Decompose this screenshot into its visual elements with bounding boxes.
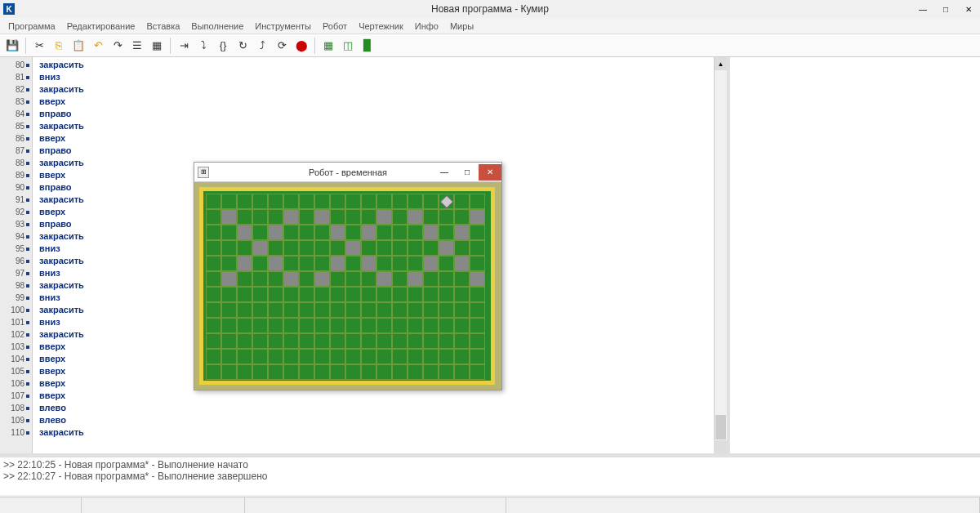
grid-cell[interactable] xyxy=(299,364,314,380)
grid-cell[interactable] xyxy=(408,318,423,333)
grid-cell[interactable] xyxy=(470,240,485,256)
grid-cell[interactable] xyxy=(470,318,485,333)
grid-cell[interactable] xyxy=(268,287,283,302)
grid-cell[interactable] xyxy=(237,271,252,287)
grid-cell[interactable] xyxy=(408,209,423,225)
grid-cell[interactable] xyxy=(314,287,330,302)
grid-cell[interactable] xyxy=(268,364,283,380)
grid-cell[interactable] xyxy=(408,302,423,318)
grid-cell[interactable] xyxy=(237,318,252,333)
grid-cell[interactable] xyxy=(252,364,268,380)
grid-cell[interactable] xyxy=(221,209,237,225)
robot-window[interactable]: ⊞ Робот - временная — □ ✕ xyxy=(194,162,502,390)
menu-item[interactable]: Программа xyxy=(3,20,60,33)
grid-cell[interactable] xyxy=(408,287,423,302)
grid-cell[interactable] xyxy=(221,333,237,349)
grid-cell[interactable] xyxy=(345,364,361,380)
grid-cell[interactable] xyxy=(361,287,376,302)
grid-cell[interactable] xyxy=(330,209,345,225)
grid-cell[interactable] xyxy=(330,256,345,271)
grid-cell[interactable] xyxy=(454,318,470,333)
grid-cell[interactable] xyxy=(408,349,423,364)
grid-cell[interactable] xyxy=(345,271,361,287)
grid-cell[interactable] xyxy=(314,240,330,256)
grid-cell[interactable] xyxy=(283,364,299,380)
grid-cell[interactable] xyxy=(221,194,237,209)
grid-cell[interactable] xyxy=(299,302,314,318)
grid-cell[interactable] xyxy=(345,318,361,333)
grid-cell[interactable] xyxy=(408,364,423,380)
grid-cell[interactable] xyxy=(376,240,392,256)
grid-cell[interactable] xyxy=(423,364,439,380)
grid-cell[interactable] xyxy=(237,302,252,318)
grid-cell[interactable] xyxy=(283,209,299,225)
grid-cell[interactable] xyxy=(423,349,439,364)
grid-cell[interactable] xyxy=(376,271,392,287)
grid-cell[interactable] xyxy=(345,194,361,209)
grid-cell[interactable] xyxy=(376,349,392,364)
grid-cell[interactable] xyxy=(423,209,439,225)
grid-cell[interactable] xyxy=(376,318,392,333)
grid-cell[interactable] xyxy=(454,333,470,349)
grid-cell[interactable] xyxy=(221,240,237,256)
single-view-icon[interactable]: ▉ xyxy=(359,37,376,55)
grid-cell[interactable] xyxy=(314,225,330,240)
grid-cell[interactable] xyxy=(206,271,221,287)
grid-cell[interactable] xyxy=(345,287,361,302)
grid-cell[interactable] xyxy=(221,287,237,302)
menu-item[interactable]: Инструменты xyxy=(250,20,316,33)
grid-cell[interactable] xyxy=(206,194,221,209)
grid-cell[interactable] xyxy=(314,318,330,333)
grid-cell[interactable] xyxy=(268,240,283,256)
grid-cell[interactable] xyxy=(376,302,392,318)
grid-cell[interactable] xyxy=(299,333,314,349)
grid-cell[interactable] xyxy=(283,194,299,209)
grid-cell[interactable] xyxy=(252,256,268,271)
grid-cell[interactable] xyxy=(237,364,252,380)
grid-cell[interactable] xyxy=(252,194,268,209)
code-line[interactable]: вверх xyxy=(39,390,720,402)
close-button[interactable]: ✕ xyxy=(957,2,980,16)
grid-cell[interactable] xyxy=(283,240,299,256)
grid-cell[interactable] xyxy=(470,256,485,271)
grid-cell[interactable] xyxy=(283,271,299,287)
grid-cell[interactable] xyxy=(454,209,470,225)
grid-cell[interactable] xyxy=(268,209,283,225)
grid-cell[interactable] xyxy=(221,225,237,240)
menu-item[interactable]: Редактирование xyxy=(62,20,140,33)
grid-cell[interactable] xyxy=(392,364,408,380)
grid-cell[interactable] xyxy=(423,256,439,271)
grid-cell[interactable] xyxy=(252,225,268,240)
grid-cell[interactable] xyxy=(314,194,330,209)
grid-cell[interactable] xyxy=(283,333,299,349)
grid-cell[interactable] xyxy=(252,271,268,287)
stop-icon[interactable]: ⬤ xyxy=(292,37,310,55)
grid-cell[interactable] xyxy=(206,349,221,364)
grid-cell[interactable] xyxy=(299,287,314,302)
grid-cell[interactable] xyxy=(470,364,485,380)
grid-cell[interactable] xyxy=(330,349,345,364)
grid-cell[interactable] xyxy=(330,287,345,302)
grid-cell[interactable] xyxy=(408,333,423,349)
grid-cell[interactable] xyxy=(314,349,330,364)
robot-titlebar[interactable]: ⊞ Робот - временная — □ ✕ xyxy=(194,163,501,182)
grid-cell[interactable] xyxy=(361,194,376,209)
grid-cell[interactable] xyxy=(361,333,376,349)
vertical-scrollbar[interactable]: ▲ ▼ xyxy=(714,57,727,453)
grid-cell[interactable] xyxy=(423,318,439,333)
grid-cell[interactable] xyxy=(376,333,392,349)
grid-cell[interactable] xyxy=(283,302,299,318)
grid-cell[interactable] xyxy=(206,333,221,349)
grid-cell[interactable] xyxy=(392,271,408,287)
code-line[interactable]: вправо xyxy=(39,145,720,157)
grid-cell[interactable] xyxy=(330,240,345,256)
grid-cell[interactable] xyxy=(221,318,237,333)
grid-cell[interactable] xyxy=(439,209,454,225)
step-into-icon[interactable]: {} xyxy=(214,37,232,55)
grid-cell[interactable] xyxy=(470,287,485,302)
grid-cell[interactable] xyxy=(392,333,408,349)
grid-cell[interactable] xyxy=(376,287,392,302)
grid-cell[interactable] xyxy=(221,271,237,287)
grid-cell[interactable] xyxy=(345,256,361,271)
code-line[interactable]: влево xyxy=(39,402,720,414)
